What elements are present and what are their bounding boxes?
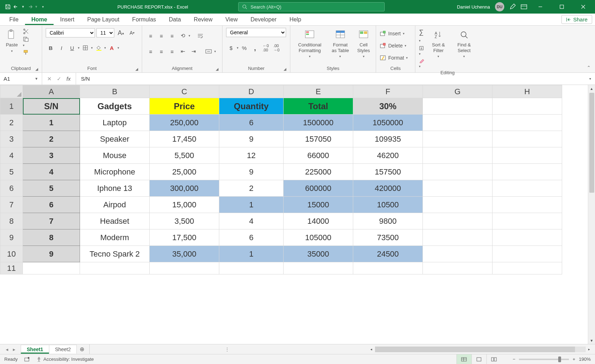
cell-F11[interactable]	[353, 262, 423, 274]
cell-D11[interactable]	[219, 262, 284, 274]
cell-D3[interactable]: 9	[219, 131, 284, 147]
cell-styles-button[interactable]: Cell Styles▾	[355, 28, 372, 59]
page-break-view-button[interactable]	[486, 354, 501, 364]
autosum-icon[interactable]: ∑ ▾	[419, 29, 425, 44]
align-middle-icon[interactable]: ≡	[156, 31, 166, 41]
cell-C6[interactable]: 300,000	[150, 180, 219, 197]
search-box[interactable]: Search (Alt+Q)	[238, 2, 385, 11]
clear-icon[interactable]: ▾	[419, 58, 425, 69]
cell-C1[interactable]: Price	[150, 98, 219, 115]
scroll-right-icon[interactable]: ▸	[586, 347, 593, 351]
cell-B7[interactable]: Airpod	[80, 197, 150, 213]
cell-H11[interactable]	[492, 262, 562, 274]
cell-E5[interactable]: 225000	[284, 164, 353, 180]
decrease-decimal-icon[interactable]: .00→0	[271, 43, 281, 53]
row-header-2[interactable]: 2	[0, 115, 23, 131]
worksheet-grid[interactable]: ABCDEFGH1S/NGadgetsPriceQuantityTotal30%…	[0, 85, 595, 344]
cell-C9[interactable]: 17,500	[150, 229, 219, 246]
cell-C4[interactable]: 5,500	[150, 147, 219, 164]
cell-D7[interactable]: 1	[219, 197, 284, 213]
page-layout-view-button[interactable]	[471, 354, 486, 364]
column-header-G[interactable]: G	[423, 85, 492, 98]
cell-F6[interactable]: 420000	[353, 180, 423, 197]
cell-D2[interactable]: 6	[219, 115, 284, 131]
cell-A2[interactable]: 1	[23, 115, 80, 131]
undo-icon[interactable]	[13, 3, 20, 10]
new-sheet-button[interactable]: ⊕	[76, 346, 87, 353]
scroll-down-icon[interactable]: ▼	[588, 337, 595, 344]
cell-E11[interactable]	[284, 262, 353, 274]
cell-C2[interactable]: 250,000	[150, 115, 219, 131]
cell-F8[interactable]: 9800	[353, 213, 423, 229]
row-header-4[interactable]: 4	[0, 147, 23, 164]
cell-B4[interactable]: Mouse	[80, 147, 150, 164]
percent-icon[interactable]: %	[239, 43, 249, 53]
enter-icon[interactable]: ✓	[57, 76, 61, 82]
row-header-5[interactable]: 5	[0, 164, 23, 180]
tab-data[interactable]: Data	[162, 14, 188, 25]
tab-page-layout[interactable]: Page Layout	[81, 14, 126, 25]
paste-button[interactable]: Paste ▾	[4, 28, 20, 54]
cell-H8[interactable]	[492, 213, 562, 229]
cell-D1[interactable]: Quantity	[219, 98, 284, 115]
underline-button[interactable]: U	[67, 43, 77, 53]
row-header-6[interactable]: 6	[0, 180, 23, 197]
collapse-ribbon-icon[interactable]: ⌃	[587, 65, 591, 70]
user-avatar[interactable]: DU	[495, 2, 504, 11]
cell-F4[interactable]: 46200	[353, 147, 423, 164]
cell-G11[interactable]	[423, 262, 492, 274]
cell-H10[interactable]	[492, 246, 562, 262]
sheet-tab-sheet1[interactable]: Sheet1	[21, 345, 49, 354]
cell-F10[interactable]: 24500	[353, 246, 423, 262]
conditional-formatting-button[interactable]: Conditional Formatting▾	[294, 28, 326, 59]
decrease-font-icon[interactable]: A▾	[127, 28, 137, 38]
minimize-button[interactable]	[532, 0, 549, 14]
align-top-icon[interactable]: ≡	[146, 31, 156, 41]
cut-icon[interactable]	[23, 29, 29, 34]
cell-A9[interactable]: 8	[23, 229, 80, 246]
cell-H4[interactable]	[492, 147, 562, 164]
column-header-D[interactable]: D	[219, 85, 284, 98]
column-header-C[interactable]: C	[150, 85, 219, 98]
cell-G3[interactable]	[423, 131, 492, 147]
format-as-table-button[interactable]: Format as Table▾	[329, 28, 352, 59]
cell-B3[interactable]: Speaker	[80, 131, 150, 147]
cell-F9[interactable]: 73500	[353, 229, 423, 246]
save-icon[interactable]	[4, 3, 11, 10]
expand-formula-bar-icon[interactable]: ▾	[585, 77, 595, 81]
cell-E6[interactable]: 600000	[284, 180, 353, 197]
cell-D9[interactable]: 6	[219, 229, 284, 246]
tab-help[interactable]: Help	[283, 14, 308, 25]
prev-sheet-icon[interactable]: ▸	[11, 347, 17, 352]
maximize-button[interactable]	[554, 0, 570, 14]
tab-review[interactable]: Review	[188, 14, 219, 25]
scroll-left-icon[interactable]: ◂	[368, 347, 375, 351]
cell-H2[interactable]	[492, 115, 562, 131]
delete-cells-button[interactable]: Delete ▾	[380, 40, 406, 51]
find-select-button[interactable]: Find & Select▾	[452, 28, 476, 59]
border-icon[interactable]	[80, 43, 90, 53]
dialog-launcher-icon[interactable]: ◢	[135, 67, 138, 71]
dialog-launcher-icon[interactable]: ◢	[216, 67, 219, 71]
orientation-icon[interactable]: ⟲	[178, 31, 188, 41]
cell-F5[interactable]: 157500	[353, 164, 423, 180]
cell-B1[interactable]: Gadgets	[80, 98, 150, 115]
share-button[interactable]: Share	[561, 15, 592, 24]
cell-C3[interactable]: 17,450	[150, 131, 219, 147]
cell-A3[interactable]: 2	[23, 131, 80, 147]
cell-E4[interactable]: 66000	[284, 147, 353, 164]
align-bottom-icon[interactable]: ≡	[167, 31, 177, 41]
cell-B2[interactable]: Laptop	[80, 115, 150, 131]
italic-button[interactable]: I	[56, 43, 66, 53]
tab-split-icon[interactable]: ⋮	[225, 347, 230, 352]
dropdown-icon[interactable]: ▼	[21, 5, 25, 9]
tab-view[interactable]: View	[219, 14, 244, 25]
row-header-3[interactable]: 3	[0, 131, 23, 147]
cell-C7[interactable]: 15,000	[150, 197, 219, 213]
cell-C10[interactable]: 35,000	[150, 246, 219, 262]
tab-file[interactable]: File	[3, 14, 25, 25]
row-header-11[interactable]: 11	[0, 262, 23, 274]
align-right-icon[interactable]: ≡	[167, 46, 177, 56]
row-header-1[interactable]: 1	[0, 98, 23, 115]
horizontal-scrollbar[interactable]: ◂ ▸	[366, 347, 595, 352]
